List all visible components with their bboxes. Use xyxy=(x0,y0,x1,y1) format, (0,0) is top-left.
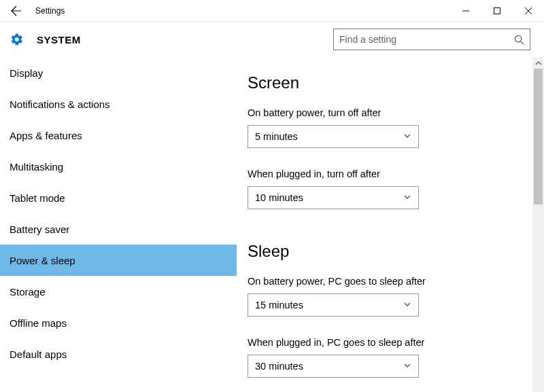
close-button[interactable] xyxy=(513,0,544,22)
sidebar-item-label: Multitasking xyxy=(10,161,63,173)
scrollbar-thumb[interactable] xyxy=(534,69,543,204)
sidebar-item-label: Notifications & actions xyxy=(10,99,110,110)
chevron-down-icon xyxy=(403,361,411,372)
sidebar-item-tablet-mode[interactable]: Tablet mode xyxy=(0,182,237,213)
minimize-icon xyxy=(462,7,469,14)
chevron-down-icon xyxy=(403,131,411,142)
sidebar-item-label: Offline maps xyxy=(10,317,67,329)
sidebar-item-label: Storage xyxy=(10,286,46,298)
sidebar-item-notifications[interactable]: Notifications & actions xyxy=(0,88,237,120)
search-input[interactable] xyxy=(339,34,514,45)
sidebar-item-display[interactable]: Display xyxy=(0,57,237,88)
back-button[interactable] xyxy=(0,0,33,22)
close-icon xyxy=(525,7,532,14)
sidebar-item-apps-features[interactable]: Apps & features xyxy=(0,120,237,151)
screen-battery-dropdown[interactable]: 5 minutes xyxy=(248,125,419,148)
sleep-plugged-label: When plugged in, PC goes to sleep after xyxy=(248,337,544,348)
window-title: Settings xyxy=(33,6,65,16)
maximize-button[interactable] xyxy=(481,0,513,22)
page-title: SYSTEM xyxy=(37,34,81,46)
dropdown-value: 5 minutes xyxy=(255,131,403,142)
window-controls xyxy=(450,0,544,22)
section-title-screen: Screen xyxy=(248,73,544,92)
sidebar-item-label: Default apps xyxy=(10,349,67,360)
scrollbar-up-button[interactable] xyxy=(532,57,544,69)
svg-point-1 xyxy=(515,35,521,41)
gear-icon xyxy=(10,32,24,47)
sidebar-item-default-apps[interactable]: Default apps xyxy=(0,338,237,370)
chevron-up-icon xyxy=(535,60,542,67)
sleep-plugged-dropdown[interactable]: 30 minutes xyxy=(248,355,419,378)
sidebar-item-power-sleep[interactable]: Power & sleep xyxy=(0,245,237,276)
svg-rect-0 xyxy=(494,7,500,14)
header: SYSTEM xyxy=(0,22,544,57)
sleep-battery-dropdown[interactable]: 15 minutes xyxy=(248,293,419,317)
sidebar-item-multitasking[interactable]: Multitasking xyxy=(0,151,237,182)
dropdown-value: 30 minutes xyxy=(255,361,403,372)
chevron-down-icon xyxy=(403,192,411,203)
titlebar: Settings xyxy=(0,0,544,22)
sidebar-item-label: Apps & features xyxy=(10,130,82,141)
sidebar-item-label: Power & sleep xyxy=(10,255,75,266)
maximize-icon xyxy=(494,7,500,14)
sidebar-item-battery-saver[interactable]: Battery saver xyxy=(0,213,237,245)
body: Display Notifications & actions Apps & f… xyxy=(0,57,544,392)
search-icon xyxy=(514,35,524,45)
sidebar-item-storage[interactable]: Storage xyxy=(0,276,237,307)
screen-plugged-label: When plugged in, turn off after xyxy=(248,168,544,179)
sidebar: Display Notifications & actions Apps & f… xyxy=(0,57,237,392)
dropdown-value: 10 minutes xyxy=(255,192,403,203)
sidebar-item-label: Battery saver xyxy=(10,224,69,235)
section-title-sleep: Sleep xyxy=(248,242,544,261)
content-pane: Screen On battery power, turn off after … xyxy=(237,57,544,392)
arrow-left-icon xyxy=(11,5,22,16)
dropdown-value: 15 minutes xyxy=(255,300,403,310)
sleep-battery-label: On battery power, PC goes to sleep after xyxy=(248,276,544,287)
screen-plugged-dropdown[interactable]: 10 minutes xyxy=(248,186,419,209)
screen-battery-label: On battery power, turn off after xyxy=(248,107,544,118)
sidebar-item-label: Display xyxy=(10,67,43,79)
scrollbar-track[interactable] xyxy=(532,69,544,392)
sidebar-item-offline-maps[interactable]: Offline maps xyxy=(0,307,237,338)
search-box[interactable] xyxy=(333,29,530,50)
chevron-down-icon xyxy=(403,300,411,310)
sidebar-item-label: Tablet mode xyxy=(10,192,65,204)
minimize-button[interactable] xyxy=(450,0,481,22)
